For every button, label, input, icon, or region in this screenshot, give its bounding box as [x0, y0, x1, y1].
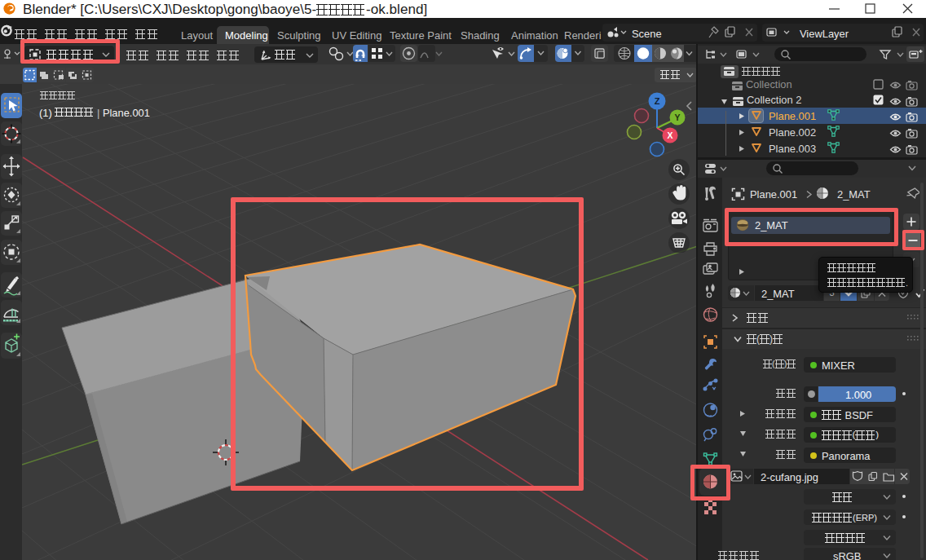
svg-text:Z: Z — [655, 96, 660, 106]
svg-text:Y: Y — [674, 112, 680, 122]
svg-text:X: X — [667, 130, 672, 140]
